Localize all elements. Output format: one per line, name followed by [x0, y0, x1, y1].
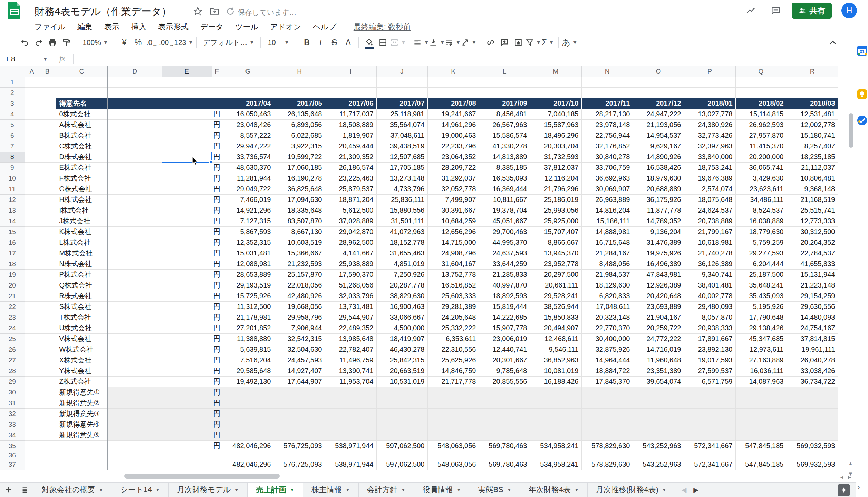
- cell-H13[interactable]: 18,335,648: [274, 205, 325, 216]
- cell-A24[interactable]: [25, 323, 39, 333]
- cell-F23[interactable]: 円: [212, 312, 222, 323]
- cell-N32[interactable]: [581, 408, 633, 419]
- cell-O33[interactable]: [633, 419, 684, 430]
- cell-G1[interactable]: [222, 77, 274, 87]
- cell-B10[interactable]: [39, 173, 56, 184]
- cell-Q30[interactable]: [735, 387, 787, 398]
- cell-C4[interactable]: 0株式会社: [56, 109, 108, 119]
- cell-E13[interactable]: [162, 205, 212, 216]
- cell-C29[interactable]: Z株式会社: [56, 376, 108, 387]
- cell-R29[interactable]: 36,734,722: [787, 376, 838, 387]
- cell-O32[interactable]: [633, 408, 684, 419]
- cell-B36[interactable]: [39, 451, 56, 459]
- cell-F4[interactable]: 円: [212, 109, 222, 119]
- cell-B19[interactable]: [39, 269, 56, 280]
- collapse-side-panel-icon[interactable]: ›: [857, 483, 860, 492]
- cell-E35[interactable]: [162, 440, 212, 451]
- cell-H7[interactable]: 3,922,315: [274, 141, 325, 152]
- cell-B4[interactable]: [39, 109, 56, 119]
- menu-help[interactable]: ヘルプ: [313, 22, 336, 32]
- cell-F15[interactable]: 円: [212, 226, 222, 237]
- cell-E10[interactable]: [162, 173, 212, 184]
- row-header-7[interactable]: 7: [0, 141, 25, 152]
- sheet-tab-6[interactable]: 会計方針▼: [359, 483, 414, 497]
- horizontal-scroll-arrows[interactable]: ◂▸: [840, 474, 856, 481]
- cell-N2[interactable]: [581, 87, 633, 98]
- cell-K25[interactable]: 6,353,611: [427, 333, 479, 344]
- cell-A34[interactable]: [25, 430, 39, 440]
- cell-A33[interactable]: [25, 419, 39, 430]
- cell-N33[interactable]: [581, 419, 633, 430]
- cell-F26[interactable]: 円: [212, 344, 222, 355]
- cell-K31[interactable]: [427, 398, 479, 408]
- cell-H27[interactable]: 24,457,593: [274, 355, 325, 366]
- stats-trend-icon[interactable]: [746, 6, 756, 16]
- cell-G14[interactable]: 7,127,315: [222, 216, 274, 226]
- row-header-23[interactable]: 23: [0, 312, 25, 323]
- cell-M29[interactable]: 16,188,426: [530, 376, 581, 387]
- cell-K37[interactable]: 548,063,056: [427, 459, 479, 470]
- cell-J19[interactable]: 7,250,926: [376, 269, 427, 280]
- cell-D28[interactable]: [108, 366, 162, 376]
- cell-E32[interactable]: [162, 408, 212, 419]
- cell-C2[interactable]: [56, 87, 108, 98]
- cell-O36[interactable]: [633, 451, 684, 459]
- cell-E16[interactable]: [162, 237, 212, 248]
- row-header-8[interactable]: 8: [0, 152, 25, 162]
- cell-Q34[interactable]: [735, 430, 787, 440]
- vertical-scrollbar-thumb[interactable]: [849, 113, 853, 148]
- cell-I34[interactable]: [325, 430, 376, 440]
- cell-I29[interactable]: 11,953,704: [325, 376, 376, 387]
- cell-B2[interactable]: [39, 87, 56, 98]
- cell-I23[interactable]: 29,544,907: [325, 312, 376, 323]
- cell-R4[interactable]: 12,531,481: [787, 109, 838, 119]
- cell-C23[interactable]: T株式会社: [56, 312, 108, 323]
- cell-B22[interactable]: [39, 301, 56, 312]
- row-header-17[interactable]: 17: [0, 248, 25, 259]
- cell-L1[interactable]: [479, 77, 530, 87]
- cell-R11[interactable]: 9,368,148: [787, 184, 838, 194]
- cell-D31[interactable]: [108, 398, 162, 408]
- cell-I25[interactable]: 13,985,648: [325, 333, 376, 344]
- row-header-30[interactable]: 30: [0, 387, 25, 398]
- cell-G19[interactable]: 28,653,889: [222, 269, 274, 280]
- fill-color-button[interactable]: [362, 36, 376, 49]
- cell-R16[interactable]: 20,264,352: [787, 237, 838, 248]
- row-header-35[interactable]: 35: [0, 440, 25, 451]
- cell-N8[interactable]: 30,840,278: [581, 152, 633, 162]
- cell-J13[interactable]: 15,880,556: [376, 205, 427, 216]
- cell-K3[interactable]: 2017/08: [427, 98, 479, 109]
- cell-H17[interactable]: 15,366,667: [274, 248, 325, 259]
- cell-D32[interactable]: [108, 408, 162, 419]
- cell-D21[interactable]: [108, 291, 162, 301]
- cell-F30[interactable]: 円: [212, 387, 222, 398]
- cell-P16[interactable]: 10,618,981: [684, 237, 735, 248]
- cell-C32[interactable]: 新規得意先③: [56, 408, 108, 419]
- cell-F33[interactable]: 円: [212, 419, 222, 430]
- cell-P1[interactable]: [684, 77, 735, 87]
- sheet-tab-2[interactable]: シート14▼: [112, 483, 168, 497]
- comment-history-icon[interactable]: [771, 6, 781, 16]
- row-header-2[interactable]: 2: [0, 87, 25, 98]
- col-header-A[interactable]: A: [25, 66, 39, 77]
- cell-I15[interactable]: 29,042,870: [325, 226, 376, 237]
- cell-G24[interactable]: 27,201,852: [222, 323, 274, 333]
- cell-H4[interactable]: 26,135,648: [274, 109, 325, 119]
- cell-K8[interactable]: 23,064,352: [427, 152, 479, 162]
- italic-button[interactable]: I: [314, 36, 327, 49]
- cell-D34[interactable]: [108, 430, 162, 440]
- cell-K17[interactable]: 24,908,796: [427, 248, 479, 259]
- font-size-select[interactable]: 10▼: [264, 36, 292, 49]
- cell-F35[interactable]: 円: [212, 440, 222, 451]
- cell-N31[interactable]: [581, 398, 633, 408]
- row-header-1[interactable]: 1: [0, 77, 25, 87]
- vertical-align-button[interactable]: ▼: [429, 36, 445, 49]
- cell-Q18[interactable]: 6,204,444: [735, 259, 787, 269]
- cell-J14[interactable]: 31,501,111: [376, 216, 427, 226]
- cell-R17[interactable]: 22,784,537: [787, 248, 838, 259]
- cell-N7[interactable]: 32,176,852: [581, 141, 633, 152]
- cell-J11[interactable]: 4,733,796: [376, 184, 427, 194]
- cell-L12[interactable]: 10,811,667: [479, 194, 530, 205]
- cell-N23[interactable]: 20,323,148: [581, 312, 633, 323]
- cell-G6[interactable]: 8,557,222: [222, 130, 274, 141]
